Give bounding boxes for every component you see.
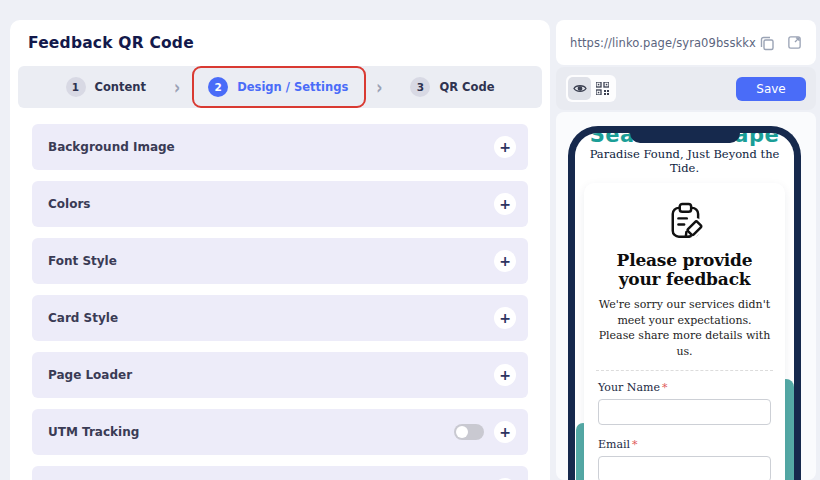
step-qr-code[interactable]: 3 QR Code	[408, 77, 496, 97]
plus-icon[interactable]: +	[494, 421, 516, 443]
preview-toolbar: Save	[556, 67, 816, 110]
feedback-description: We're sorry our services didn't meet you…	[598, 297, 771, 359]
accordion-section-background-image[interactable]: Background Image +	[32, 124, 528, 170]
page-title: Feedback QR Code	[28, 34, 194, 52]
plus-icon[interactable]: +	[494, 250, 516, 272]
url-bar: https://linko.page/syra09bsskkx	[556, 20, 816, 65]
field-email: Email*	[598, 438, 771, 480]
required-asterisk: *	[662, 381, 668, 394]
plus-icon[interactable]: +	[494, 193, 516, 215]
accordion-section-font-style[interactable]: Font Style +	[32, 238, 528, 284]
accordion-section-colors[interactable]: Colors +	[32, 181, 528, 227]
accordion-section-utm-tracking[interactable]: UTM Tracking +	[32, 409, 528, 455]
email-input[interactable]	[598, 456, 771, 480]
qr-code-icon	[596, 82, 609, 95]
plus-icon[interactable]: +	[494, 136, 516, 158]
field-label: Email	[598, 438, 630, 451]
page-url: https://linko.page/syra09bsskkx	[570, 36, 759, 50]
accordion-section-card-style[interactable]: Card Style +	[32, 295, 528, 341]
feedback-card: Please provide your feedback We're sorry…	[584, 183, 785, 480]
chevron-right-icon: ›	[174, 75, 180, 98]
accordion-section-partial[interactable]: +	[32, 466, 528, 480]
accordion-section-page-loader[interactable]: Page Loader +	[32, 352, 528, 398]
step-content[interactable]: 1 Content	[64, 77, 149, 97]
open-external-icon[interactable]	[787, 35, 802, 50]
plus-icon[interactable]: +	[494, 307, 516, 329]
view-switcher	[566, 75, 616, 102]
plus-icon[interactable]: +	[494, 364, 516, 386]
feedback-heading: Please provide your feedback	[598, 251, 771, 289]
stepper: 1 Content › 2 Design / Settings › 3 QR C…	[18, 66, 542, 108]
step-design-settings[interactable]: 2 Design / Settings	[206, 77, 350, 97]
copy-icon[interactable]	[759, 35, 775, 51]
save-button[interactable]: Save	[736, 77, 806, 101]
dashed-divider	[596, 370, 773, 371]
phone-notch	[630, 133, 740, 143]
step-number: 2	[208, 77, 228, 97]
phone-screen: Seaside Escape Paradise Found, Just Beyo…	[575, 133, 794, 480]
preview-eye-button[interactable]	[568, 77, 591, 100]
toggle-knob	[456, 426, 468, 438]
field-your-name: Your Name*	[598, 381, 771, 425]
qr-view-button[interactable]	[591, 77, 614, 100]
utm-tracking-toggle[interactable]	[454, 424, 484, 440]
eye-icon	[573, 83, 587, 94]
builder-header: Feedback QR Code	[10, 20, 550, 66]
field-label: Your Name	[598, 381, 660, 394]
step-number: 1	[66, 77, 86, 97]
required-asterisk: *	[632, 438, 638, 451]
brand-tagline: Paradise Found, Just Beyond the Tide.	[575, 147, 794, 175]
phone-mockup: Seaside Escape Paradise Found, Just Beyo…	[568, 126, 801, 480]
chevron-right-icon: ›	[376, 75, 382, 98]
clipboard-edit-icon	[664, 200, 706, 242]
your-name-input[interactable]	[598, 399, 771, 425]
builder-panel: Feedback QR Code 1 Content › 2 Design / …	[10, 20, 550, 480]
step-number: 3	[410, 77, 430, 97]
settings-accordion: Background Image + Colors + Font Style +…	[10, 108, 550, 480]
